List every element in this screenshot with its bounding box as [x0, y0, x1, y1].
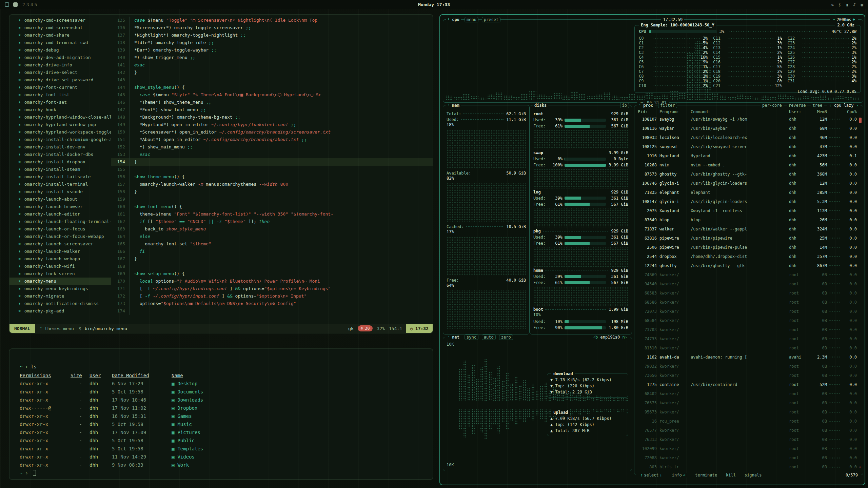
- code-line[interactable]: 157 omarchy-launch-walker -m menus:omarc…: [111, 181, 433, 188]
- code-line[interactable]: 152 *) show_main_menu ;;: [111, 143, 433, 151]
- file-tree-item[interactable]: ∗omarchy-migrate: [9, 292, 111, 300]
- code-line[interactable]: 153 esac: [111, 151, 433, 158]
- process-row[interactable]: 106746 glycin-i /usr/lib/glycin-loaders …: [638, 180, 857, 186]
- code-line[interactable]: 162 if [[ "$theme" == "CNCLD" || -z "$th…: [111, 218, 433, 225]
- code-line[interactable]: 140 *) show_trigger_menu ;;: [111, 54, 433, 61]
- filter-button[interactable]: filter: [658, 103, 677, 108]
- process-row[interactable]: 1916 Hyprland Hyprland dhh 423M 0.1: [638, 153, 857, 159]
- volume-icon[interactable]: ♪: [853, 2, 856, 7]
- code-line[interactable]: 141 esac: [111, 61, 433, 69]
- code-line[interactable]: 174: [111, 307, 433, 315]
- code-line[interactable]: 159: [111, 196, 433, 203]
- process-row[interactable]: 94540 kworker/ root 0B 0.0: [638, 281, 857, 287]
- col-command[interactable]: Command:: [691, 109, 789, 114]
- file-tree-item[interactable]: ∗omarchy-lock-screen: [9, 270, 111, 278]
- process-row[interactable]: 73656 kworker/ root 0B 0.0: [638, 372, 857, 378]
- per-core-toggle[interactable]: per-core: [761, 103, 784, 108]
- process-row[interactable]: 108147 glycin-i /usr/lib/glycin-loaders …: [638, 199, 857, 204]
- code-line[interactable]: 173 options="$options\n▣ Defaults\n◎ DNS…: [111, 300, 433, 307]
- power-icon[interactable]: ◉: [861, 2, 863, 7]
- code-line[interactable]: 154 }: [111, 158, 433, 166]
- code-line[interactable]: 142 }: [111, 69, 433, 76]
- process-row[interactable]: 95673 kworker/ root 0B 0.0: [638, 409, 857, 415]
- select-control[interactable]: ↑select↓: [638, 473, 665, 477]
- reverse-toggle[interactable]: reverse: [787, 103, 808, 108]
- col-cpu[interactable]: Cpu%: [841, 109, 857, 114]
- process-row[interactable]: 2075 Xwayland Xwayland :1 -rootless - dh…: [638, 208, 857, 214]
- file-tree-item[interactable]: ∗omarchy-launch-or-focus-webapp: [9, 233, 111, 240]
- preset-button[interactable]: preset: [482, 17, 500, 22]
- sort-selector[interactable]: ‹ cpu lazy ›: [827, 103, 860, 108]
- code-line[interactable]: 148 *Background*) omarchy-theme-bg-next …: [111, 114, 433, 121]
- col-pid[interactable]: Pid:: [638, 109, 659, 114]
- code-line[interactable]: 167 }: [111, 255, 433, 263]
- process-row[interactable]: 68584 kworker/ root 0B 0.0: [638, 318, 857, 323]
- file-tree-item[interactable]: ∗omarchy-install-docker-dbs: [9, 151, 111, 158]
- file-tree-item[interactable]: ∗omarchy-drive-select: [9, 69, 111, 76]
- file-tree-item[interactable]: ∗omarchy-menu-keybindings: [9, 285, 111, 292]
- code-line[interactable]: 143: [111, 76, 433, 84]
- file-tree-item[interactable]: ∗omarchy-font-list: [9, 91, 111, 99]
- code-line[interactable]: 135 case $(menu "Toggle" "▢ Screensaver\…: [111, 17, 433, 24]
- net-sync-button[interactable]: sync: [465, 334, 478, 340]
- file-tree-item[interactable]: ∗omarchy-font-current: [9, 84, 111, 91]
- process-row[interactable]: 108033 localsea /usr/lib/localsearch-ex …: [638, 135, 857, 140]
- file-tree-item[interactable]: ∗omarchy-cmd-screensaver: [9, 17, 111, 24]
- process-row[interactable]: 68402 kworker/ root 0B 0.0: [638, 391, 857, 396]
- file-tree-item[interactable]: ∗omarchy-install-steam: [9, 166, 111, 173]
- battery-icon[interactable]: ▮: [846, 2, 849, 7]
- file-tree-item[interactable]: ∗omarchy-install-tailscale: [9, 173, 111, 181]
- tree-toggle[interactable]: tree: [811, 103, 824, 108]
- process-row[interactable]: 63816 pipewire /usr/bin/pipewire dhh 25M…: [638, 235, 857, 241]
- process-row[interactable]: 108107 swaybg /usr/bin/swaybg -i /hom dh…: [638, 116, 857, 122]
- process-row[interactable]: 108116 waybar /usr/bin/waybar dhh 68M 0.…: [638, 125, 857, 131]
- file-tree-item[interactable]: ∗omarchy-launch-editor: [9, 210, 111, 218]
- code-line[interactable]: 161 theme=$(menu "Font" "$(omarchy-font-…: [111, 210, 433, 218]
- interval-minus-button[interactable]: -: [831, 17, 836, 22]
- process-row[interactable]: 74733 kworker/ root 0B 0.0: [638, 336, 857, 342]
- file-tree-item[interactable]: ∗omarchy-cmd-screenshot: [9, 24, 111, 32]
- process-row[interactable]: 72073 kworker/ root 0B 0.0: [638, 308, 857, 314]
- file-tree-item[interactable]: ∗omarchy-launch-floating-terminal-: [9, 218, 111, 225]
- process-row[interactable]: 76313 kworker/ root 0B 0.0: [638, 437, 857, 443]
- code-line[interactable]: 137 *Nightlight*) omarchy-toggle-nightli…: [111, 32, 433, 39]
- code-line[interactable]: 155: [111, 166, 433, 173]
- file-tree-item[interactable]: ∗omarchy-install-dropbox: [9, 158, 111, 166]
- file-tree-item[interactable]: ∗omarchy-install-dev-env: [9, 143, 111, 151]
- code-line[interactable]: 139 *Bar*) omarchy-toggle-waybar ;;: [111, 46, 433, 54]
- file-tree-item[interactable]: ∗omarchy-launch-browser: [9, 203, 111, 210]
- file-tree-item[interactable]: ∗omarchy-drive-set-password: [9, 76, 111, 84]
- process-row[interactable]: 87649 btop btop dhh 26M 0.0: [638, 217, 857, 223]
- process-row[interactable]: 73703 kworker/ root 0B 0.0: [638, 327, 857, 332]
- process-row[interactable]: 10268 nvim nvim --embed . dhh 56M 0.0: [638, 162, 857, 168]
- file-tree-item[interactable]: ∗omarchy-launch-screensaver: [9, 240, 111, 248]
- file-tree-item[interactable]: ∗omarchy-cmd-terminal-cwd: [9, 39, 111, 46]
- process-row[interactable]: 68586 kworker/ root 0B 0.0: [638, 299, 857, 305]
- process-row[interactable]: 72088 kworker/ root 0B 0.0: [638, 455, 857, 461]
- process-row[interactable]: 79032 kworker/ root 0B 0.0: [638, 363, 857, 369]
- process-row[interactable]: 2506 pipewire /usr/bin/pipewire-pulse dh…: [638, 244, 857, 250]
- workspace-number[interactable]: 4: [30, 2, 34, 7]
- code-line[interactable]: 144 show_style_menu() {: [111, 84, 433, 91]
- file-tree-item[interactable]: ∗omarchy-install-terminal: [9, 181, 111, 188]
- interface-selector[interactable]: ‹b enp191s0 n›: [591, 335, 629, 340]
- process-row[interactable]: 102099 kworker/ root 0B 0.0: [638, 446, 857, 452]
- file-tree-item[interactable]: ∗omarchy-pkg-add: [9, 307, 111, 315]
- file-tree-item[interactable]: ∗omarchy-hook: [9, 106, 111, 114]
- workspace-number[interactable]: 3: [26, 2, 30, 7]
- interval-plus-button[interactable]: +: [851, 17, 856, 22]
- process-row[interactable]: 76575 kworker/ root 0B 0.0: [638, 400, 857, 406]
- menu-button[interactable]: menu: [465, 17, 478, 22]
- code-line[interactable]: 150 *Screensaver*) open_in_editor ~/.con…: [111, 128, 433, 136]
- scrollbar-thumb[interactable]: [859, 118, 862, 123]
- code-line[interactable]: 138 *Idle*) omarchy-toggle-idle ;;: [111, 39, 433, 46]
- code-line[interactable]: 170 local options="♪ Audio\n≋ Wifi\nᛒ Bl…: [111, 278, 433, 285]
- diagnostics-badge[interactable]: ⊗ 30: [358, 325, 373, 331]
- net-zero-button[interactable]: zero: [499, 334, 513, 340]
- code-line[interactable]: 136 *Screensaver*) omarchy-toggle-screen…: [111, 24, 433, 32]
- file-tree-item[interactable]: ∗omarchy-hyprland-window-close-all: [9, 114, 111, 121]
- bluetooth-icon[interactable]: ᛒ: [839, 2, 841, 7]
- workspace-number[interactable]: 2: [22, 2, 26, 7]
- code-line[interactable]: 158 }: [111, 188, 433, 196]
- col-program[interactable]: Program:: [659, 109, 691, 114]
